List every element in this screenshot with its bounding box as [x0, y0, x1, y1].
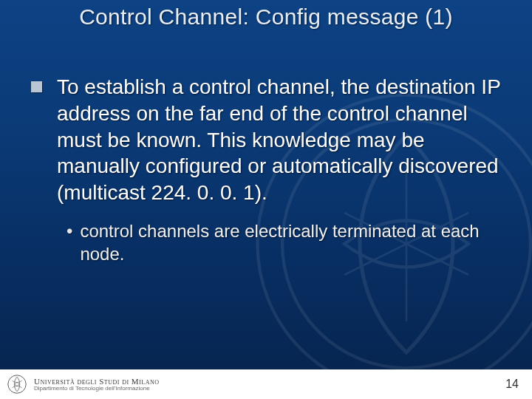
footer: Università degli Studi di Milano Diparti…: [0, 369, 532, 399]
slide: Control Channel: Config message (1) To e…: [0, 0, 532, 399]
bullet-level2-text: control channels are electrically termin…: [80, 219, 502, 265]
slide-body: To establish a control channel, the dest…: [31, 74, 502, 266]
university-name: Università degli Studi di Milano: [34, 378, 159, 386]
svg-point-3: [16, 383, 19, 386]
department-name: Dipartimento di Tecnologie dell'Informaz…: [34, 386, 159, 392]
bullet-level1: To establish a control channel, the dest…: [31, 74, 502, 206]
footer-left: Università degli Studi di Milano Diparti…: [7, 375, 159, 394]
dot-bullet-icon: •: [66, 219, 72, 242]
page-number: 14: [505, 378, 519, 391]
university-text: Università degli Studi di Milano Diparti…: [34, 378, 159, 392]
slide-title: Control Channel: Config message (1): [0, 4, 532, 30]
university-crest-icon: [7, 375, 27, 394]
bullet-level1-text: To establish a control channel, the dest…: [57, 74, 502, 206]
bullet-level2: • control channels are electrically term…: [66, 219, 502, 265]
square-bullet-icon: [31, 81, 42, 92]
svg-point-2: [8, 375, 26, 393]
